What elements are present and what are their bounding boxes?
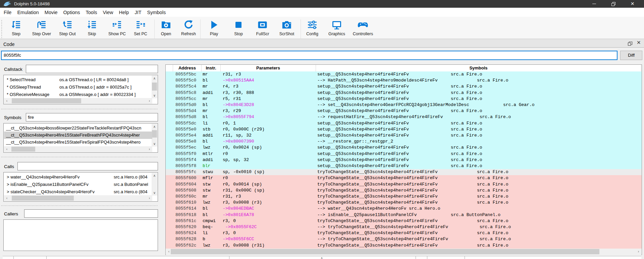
menu-item-view[interactable]: View — [103, 10, 113, 15]
menu-item-jit[interactable]: JIT — [135, 10, 141, 15]
scroll-down-icon[interactable]: ∨ — [152, 141, 157, 147]
toolbar-button-step-out[interactable]: Step Out — [59, 19, 75, 36]
scroll-right-icon[interactable]: › — [636, 249, 641, 254]
callstack-item[interactable]: * SelectThreados.a OSThread.o [ LR = 800… — [4, 76, 152, 84]
scroll-right-icon[interactable]: › — [147, 98, 152, 104]
code-row[interactable]: 8055f61ccmpwir3, 0tryToChangeState__Q53s… — [166, 218, 642, 224]
call-item[interactable]: > water__Q43scn4step4hero4HeroFvsrc.a He… — [4, 173, 152, 181]
code-row[interactable]: 8055f5d4mrr3, r29setup__Q53scn4step4hero… — [166, 108, 642, 114]
menu-item-options[interactable]: Options — [63, 10, 80, 15]
column-header-instr[interactable]: Instr. — [202, 65, 221, 71]
symbols-hscrollbar[interactable]: ‹ › — [4, 146, 152, 152]
splitter-handle[interactable] — [1, 205, 158, 206]
maximize-button[interactable] — [604, 0, 623, 8]
close-button[interactable]: ✕ — [623, 0, 642, 8]
code-row[interactable]: 8055f5dclir0, 1setup__Q53scn4step4hero4f… — [166, 120, 642, 126]
code-row[interactable]: 8055f5bcmrr31, r3setup__Q53scn4step4hero… — [166, 71, 642, 77]
callstack-vscrollbar[interactable]: ∧ ∨ — [152, 75, 157, 98]
column-header-parameters[interactable]: Parameters — [221, 65, 316, 71]
symbols-filter-input[interactable]: fire — [26, 113, 158, 121]
code-row[interactable]: 8055f5d0bl->0x804E3D28--> set__Q43scn4st… — [166, 102, 642, 108]
float-panel-icon[interactable] — [628, 41, 633, 46]
code-row[interactable]: 8055f5e0stbr0, 0x000C (r29)setup__Q53scn… — [166, 126, 642, 133]
toolbar-button-open[interactable]: Open — [160, 19, 172, 36]
symbol-item[interactable]: __ct__Q53scn4step4hero4fire15StateFireBr… — [4, 132, 152, 139]
column-header-symbols[interactable]: Symbols — [316, 65, 641, 71]
toolbar-button-fullscr[interactable]: FullScr — [256, 19, 269, 36]
calls-vscrollbar[interactable]: ∧ ∨ — [152, 173, 157, 196]
scroll-right-icon[interactable]: › — [147, 146, 152, 152]
symbol-item[interactable]: __ct__Q53scn4step4boss6lowper22StateFire… — [4, 124, 152, 132]
menu-item-movie[interactable]: Movie — [45, 10, 58, 15]
splitter-handle[interactable] — [1, 109, 158, 109]
code-row[interactable]: 8055f5c0bl->0x80515AA4--> HatPath__Q53sc… — [166, 77, 642, 84]
calls-filter-input[interactable] — [17, 162, 158, 170]
diff-button[interactable]: Diff — [620, 51, 642, 60]
scroll-left-icon[interactable]: ‹ — [4, 98, 10, 104]
symbols-vscrollbar[interactable]: ∧ ∨ — [152, 124, 157, 147]
toolbar-button-config[interactable]: Config — [306, 19, 318, 36]
scroll-down-icon[interactable]: ∨ — [152, 93, 157, 98]
calls-hscrollbar[interactable]: ‹ › — [4, 195, 152, 201]
menu-item-file[interactable]: File — [4, 10, 11, 15]
panel-close-icon[interactable]: ✕ — [637, 40, 641, 46]
code-row[interactable]: 8055f614bl->0x804EDBAC--> water__Q43scn4… — [166, 206, 642, 212]
code-row[interactable]: 8055f628b->0x8055F6CC--> tryToChangeStat… — [166, 236, 642, 242]
toolbar-button-refresh[interactable]: Refresh — [181, 19, 196, 36]
address-search-input[interactable]: 8055f5fc — [1, 51, 618, 60]
scroll-up-icon[interactable]: ∧ — [152, 124, 157, 130]
callstack-hscrollbar[interactable]: ‹ › — [4, 98, 152, 104]
scroll-left-icon[interactable]: ‹ — [4, 146, 10, 152]
toolbar-button-stop[interactable]: Stop — [233, 19, 244, 36]
code-row[interactable]: 8055f608stwr31, 0x000C (sp)tryToChangeSt… — [166, 188, 642, 194]
scroll-up-icon[interactable]: ∧ — [152, 173, 157, 178]
menu-item-emulation[interactable]: Emulation — [17, 10, 39, 15]
code-row[interactable]: 8055f604stwr0, 0x0014 (sp)tryToChangeSta… — [166, 182, 642, 188]
code-row[interactable]: 8055f5f8blrsetup__Q53scn4step4hero4fire4… — [166, 163, 642, 169]
call-item[interactable]: > isEnable__Q25pause11ButtonPanelCFvsrc.… — [4, 181, 152, 188]
code-row[interactable]: 8055f62clwzr3, 0x0008 (r31)tryToChangeSt… — [166, 243, 642, 249]
code-row[interactable]: 8055f610lwzr3, 0x0008 (r3)tryToChangeSta… — [166, 200, 642, 206]
minimize-button[interactable] — [585, 0, 604, 8]
code-row[interactable]: 8055f5e8bl->0x80007390--> __restore_gpr:… — [166, 139, 642, 145]
callstack-filter-input[interactable] — [26, 65, 158, 73]
code-row[interactable]: 8055f600mflrr0tryToChangeState__Q53scn4s… — [166, 175, 642, 181]
toolbar-button-controllers[interactable]: Controllers — [353, 19, 373, 36]
code-row[interactable]: 8055f5c8addir3, r30, 888setup__Q53scn4st… — [166, 90, 642, 96]
toolbar-button-step[interactable]: Step — [10, 19, 22, 36]
toolbar-button-scrshot[interactable]: ScrShot — [279, 19, 294, 36]
code-row[interactable]: 8055f5e4addir11, sp, 32setup__Q53scn4ste… — [166, 133, 642, 139]
scroll-down-icon[interactable]: ∨ — [152, 190, 157, 196]
toolbar-button-step-over[interactable]: Step Over — [32, 19, 51, 36]
code-row[interactable]: 8055f5ccmrr5, r31setup__Q53scn4step4hero… — [166, 96, 642, 102]
code-row[interactable]: 8055f620beq- ->0x8055F62C--> tryToChange… — [166, 224, 642, 230]
code-row[interactable]: 8055f5eclwzr0, 0x0024 (sp)setup__Q53scn4… — [166, 145, 642, 151]
code-row[interactable]: 8055f5f4addisp, sp, 32setup__Q53scn4step… — [166, 157, 642, 163]
code-row[interactable]: 8055f618bl->0x801E6A78--> isEnable__Q25p… — [166, 212, 642, 218]
callstack-item[interactable]: * OSReceiveMessageos.a OSMessage.o [ add… — [4, 91, 152, 98]
column-header-address[interactable]: Address — [173, 65, 202, 71]
menu-item-symbols[interactable]: Symbols — [147, 10, 166, 15]
toolbar-button-show-pc[interactable]: Show PC — [108, 19, 126, 36]
toolbar-button-graphics[interactable]: Graphics — [328, 19, 345, 36]
toolbar-button-skip[interactable]: Skip — [86, 19, 98, 36]
scroll-right-icon[interactable]: › — [147, 195, 152, 201]
scroll-left-icon[interactable]: ‹ — [4, 195, 10, 201]
code-row[interactable]: 8055f5d8bl->0x8055F794--> requestHatFire… — [166, 114, 642, 120]
code-row[interactable]: 8055f624lir3, 0tryToChangeState__Q53scn4… — [166, 230, 642, 236]
toolbar-grip[interactable] — [1, 20, 2, 39]
callstack-item[interactable]: * OSSleepThreados.a OSThread.o [ addr = … — [4, 84, 152, 91]
code-row[interactable]: 8055f5fcstwusp, -0x0010 (sp)tryToChangeS… — [166, 169, 642, 175]
call-item[interactable]: > stateChecker__Q43scn4step4hero4HeroFvs… — [4, 188, 152, 196]
symbol-item[interactable]: __ct__Q53scn4step4hero4fire15StateFireSp… — [4, 139, 152, 146]
scroll-up-icon[interactable]: ∧ — [152, 75, 157, 81]
menu-item-help[interactable]: Help — [119, 10, 129, 15]
splitter-handle[interactable] — [1, 157, 158, 157]
code-row[interactable]: 8055f5c4mrr4, r3setup__Q53scn4step4hero4… — [166, 84, 642, 90]
code-view-hscrollbar[interactable]: ‹ › — [166, 249, 641, 255]
toolbar-button-set-pc[interactable]: Set PC — [134, 19, 147, 36]
code-row[interactable]: 8055f60cmrr31, r3tryToChangeState__Q53sc… — [166, 194, 642, 200]
menu-item-tools[interactable]: Tools — [86, 10, 97, 15]
toolbar-button-play[interactable]: Play — [208, 19, 220, 36]
callers-filter-input[interactable] — [24, 209, 158, 218]
